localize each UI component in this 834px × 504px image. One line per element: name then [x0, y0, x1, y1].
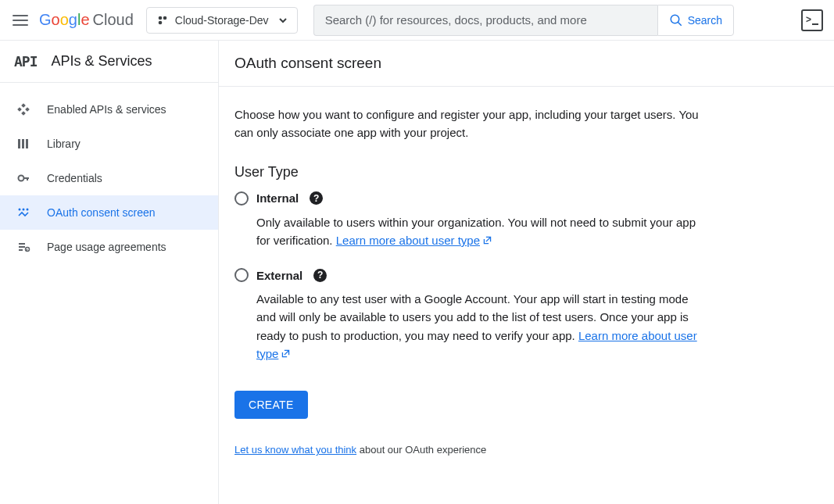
svg-line-22 — [26, 249, 27, 251]
logo-cloud-text: Cloud — [93, 11, 134, 29]
svg-point-12 — [19, 176, 24, 181]
sidebar-item-enabled-apis-services[interactable]: Enabled APIs & services — [0, 92, 218, 127]
radio-external[interactable] — [234, 268, 249, 282]
svg-point-16 — [23, 209, 25, 211]
svg-rect-10 — [22, 139, 24, 148]
feedback-link[interactable]: Let us know what you think — [234, 444, 356, 456]
agreement-icon — [16, 239, 31, 255]
radio-desc-internal: Only available to users within your orga… — [256, 213, 703, 250]
create-button[interactable]: CREATE — [234, 391, 308, 419]
project-picker[interactable]: Cloud-Storage-Dev — [146, 7, 298, 34]
external-link-icon — [482, 231, 492, 249]
sidebar-item-label: Credentials — [47, 172, 102, 184]
sidebar-item-page-usage-agreements[interactable]: Page usage agreements — [0, 230, 218, 264]
svg-rect-8 — [21, 111, 26, 116]
consent-icon — [16, 205, 31, 220]
api-icon: API — [14, 53, 38, 70]
sidebar-item-library[interactable]: Library — [0, 127, 218, 161]
learn-more-link[interactable]: Learn more about user type — [256, 329, 697, 360]
sidebar-title-text: APIs & Services — [52, 53, 152, 70]
sidebar-item-label: Library — [47, 138, 81, 150]
search-placeholder: Search (/) for resources, docs, products… — [325, 13, 587, 27]
external-link-icon — [281, 345, 291, 363]
search-button-label: Search — [688, 14, 722, 27]
header: Google Cloud Cloud-Storage-Dev Search (/… — [0, 0, 834, 41]
feedback-line: Let us know what you think about our OAu… — [234, 444, 703, 456]
svg-rect-7 — [25, 107, 30, 112]
sidebar-item-oauth-consent-screen[interactable]: OAuth consent screen — [0, 195, 218, 230]
sidebar-item-credentials[interactable]: Credentials — [0, 161, 218, 195]
intro-text: Choose how you want to configure and reg… — [234, 105, 703, 142]
svg-point-1 — [163, 16, 166, 20]
svg-rect-5 — [21, 103, 26, 108]
menu-icon[interactable] — [11, 11, 30, 30]
help-icon[interactable]: ? — [313, 269, 327, 282]
library-icon — [16, 136, 31, 152]
search-input[interactable]: Search (/) for resources, docs, products… — [313, 5, 657, 36]
page-title: OAuth consent screen — [219, 41, 834, 87]
search-icon — [669, 13, 683, 27]
sidebar-title[interactable]: API APIs & Services — [0, 41, 218, 83]
project-name: Cloud-Storage-Dev — [175, 14, 269, 27]
svg-point-2 — [158, 20, 162, 24]
chevron-down-icon — [278, 16, 288, 25]
help-icon[interactable]: ? — [310, 191, 323, 205]
key-icon — [16, 170, 31, 186]
svg-point-15 — [19, 209, 21, 211]
radio-label-internal: Internal — [256, 191, 299, 205]
svg-line-4 — [678, 22, 682, 26]
sidebar-item-label: Enabled APIs & services — [47, 103, 166, 116]
sidebar-item-label: Page usage agreements — [47, 241, 166, 253]
search-container: Search (/) for resources, docs, products… — [313, 5, 734, 36]
svg-point-0 — [158, 16, 162, 20]
diamond-icon — [16, 102, 31, 117]
feedback-rest: about our OAuth experience — [356, 444, 486, 456]
radio-internal[interactable] — [234, 191, 249, 206]
svg-rect-9 — [18, 139, 20, 148]
svg-point-17 — [27, 209, 29, 211]
search-button[interactable]: Search — [657, 5, 734, 36]
main-panel: OAuth consent screen Choose how you want… — [219, 41, 834, 504]
sidebar-item-label: OAuth consent screen — [47, 206, 156, 219]
sidebar: API APIs & Services Enabled APIs & servi… — [0, 41, 219, 504]
svg-rect-6 — [17, 107, 22, 112]
svg-rect-11 — [26, 139, 28, 148]
radio-desc-external: Available to any test user with a Google… — [256, 290, 703, 363]
project-icon — [156, 14, 169, 27]
google-cloud-logo[interactable]: Google Cloud — [39, 11, 134, 29]
user-type-heading: User Type — [234, 164, 703, 181]
svg-point-3 — [671, 15, 679, 23]
radio-label-external: External — [256, 269, 302, 282]
learn-more-link[interactable]: Learn more about user type — [336, 234, 480, 247]
cloud-shell-icon[interactable] — [801, 9, 823, 31]
